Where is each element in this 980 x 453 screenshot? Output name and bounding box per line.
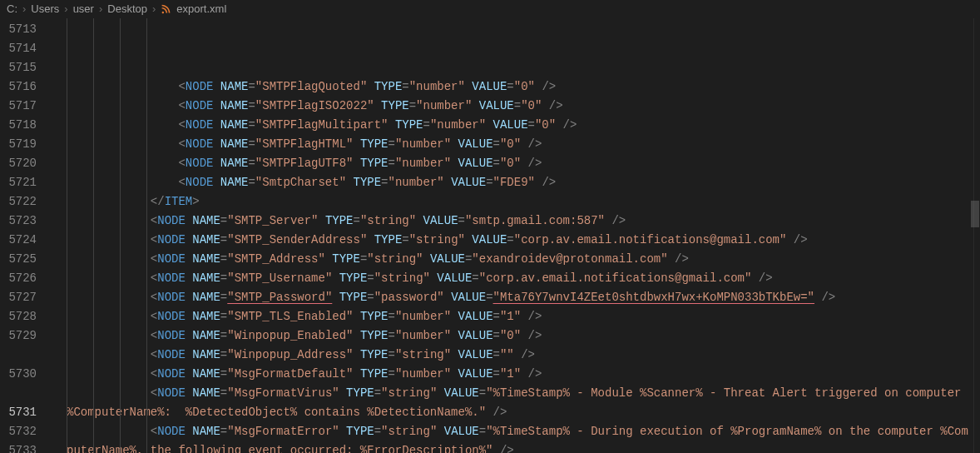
line-number: 5722 bbox=[0, 192, 52, 212]
line-number: 5726 bbox=[0, 269, 52, 288]
line-number: 5727 bbox=[0, 288, 52, 307]
breadcrumb[interactable]: C: › Users › user › Desktop › export.xml bbox=[0, 0, 980, 18]
breadcrumb-seg[interactable]: Users bbox=[31, 2, 59, 15]
line-number: 5721 bbox=[0, 173, 52, 192]
line-number: 5731 bbox=[0, 403, 52, 422]
code-area[interactable]: <NODE NAME="SMTPFlagQuoted" TYPE="number… bbox=[52, 18, 973, 453]
chevron-right-icon: › bbox=[152, 2, 156, 15]
code-line[interactable]: <NODE NAME="MsgFormatVirus" TYPE="string… bbox=[52, 384, 973, 422]
code-line[interactable]: <NODE NAME="MsgFormatDefault" TYPE="numb… bbox=[52, 365, 973, 384]
scrollbar-thumb[interactable] bbox=[971, 201, 979, 226]
minimap[interactable] bbox=[973, 18, 980, 453]
line-number: 5732 bbox=[0, 422, 52, 441]
line-number: 5715 bbox=[0, 58, 52, 77]
vertical-scrollbar[interactable] bbox=[968, 18, 980, 453]
line-number: 5724 bbox=[0, 231, 52, 250]
line-number: 5719 bbox=[0, 135, 52, 154]
breadcrumb-seg[interactable]: Desktop bbox=[107, 2, 147, 15]
line-number-gutter: 5713571457155716571757185719572057215722… bbox=[0, 18, 52, 453]
line-number: 5713 bbox=[0, 20, 52, 39]
code-line[interactable]: <NODE NAME="Winpopup_Address" TYPE="stri… bbox=[52, 346, 973, 365]
code-line[interactable]: <NODE NAME="SMTP_TLS_Enabled" TYPE="numb… bbox=[52, 307, 973, 326]
code-line[interactable]: <NODE NAME="SMTP_SenderAddress" TYPE="st… bbox=[52, 231, 973, 250]
code-line[interactable]: <NODE NAME="SmtpCharset" TYPE="number" V… bbox=[52, 173, 973, 192]
code-line[interactable]: </ITEM> bbox=[52, 192, 973, 212]
code-editor[interactable]: 5713571457155716571757185719572057215722… bbox=[0, 18, 980, 453]
line-number: 5729 bbox=[0, 326, 52, 365]
breadcrumb-file[interactable]: export.xml bbox=[176, 2, 226, 15]
line-number: 5733 bbox=[0, 441, 52, 453]
code-line[interactable]: <NODE NAME="SMTPFlagHTML" TYPE="number" … bbox=[52, 135, 973, 154]
line-number: 5718 bbox=[0, 116, 52, 135]
code-line[interactable]: <NODE NAME="SMTP_Server" TYPE="string" V… bbox=[52, 212, 973, 231]
code-line[interactable]: <NODE NAME="SMTPFlagMultipart" TYPE="num… bbox=[52, 116, 973, 135]
code-line[interactable]: <NODE NAME="SMTP_Address" TYPE="string" … bbox=[52, 250, 973, 269]
code-line[interactable]: <NODE NAME="SMTPFlagUTF8" TYPE="number" … bbox=[52, 154, 973, 173]
line-number: 5720 bbox=[0, 154, 52, 173]
line-number: 5714 bbox=[0, 39, 52, 58]
line-number: 5725 bbox=[0, 250, 52, 269]
chevron-right-icon: › bbox=[64, 2, 67, 15]
code-line[interactable]: <NODE NAME="SMTPFlagISO2022" TYPE="numbe… bbox=[52, 97, 973, 116]
line-number: 5723 bbox=[0, 212, 52, 231]
breadcrumb-seg[interactable]: user bbox=[73, 2, 94, 15]
code-line[interactable]: <NODE NAME="SMTP_Username" TYPE="string"… bbox=[52, 269, 973, 288]
line-number: 5717 bbox=[0, 97, 52, 116]
breadcrumb-seg[interactable]: C: bbox=[7, 2, 17, 15]
line-number: 5728 bbox=[0, 307, 52, 326]
chevron-right-icon: › bbox=[22, 2, 26, 15]
line-number: 5730 bbox=[0, 365, 52, 403]
code-line[interactable]: <NODE NAME="MsgFormatError" TYPE="string… bbox=[52, 422, 973, 453]
chevron-right-icon: › bbox=[99, 2, 102, 15]
rss-icon bbox=[161, 3, 171, 14]
code-line[interactable]: <NODE NAME="SMTP_Password" TYPE="passwor… bbox=[52, 288, 973, 307]
code-line[interactable]: <NODE NAME="Winpopup_Enabled" TYPE="numb… bbox=[52, 326, 973, 346]
code-line[interactable]: <NODE NAME="SMTPFlagQuoted" TYPE="number… bbox=[52, 77, 973, 97]
line-number: 5716 bbox=[0, 77, 52, 97]
